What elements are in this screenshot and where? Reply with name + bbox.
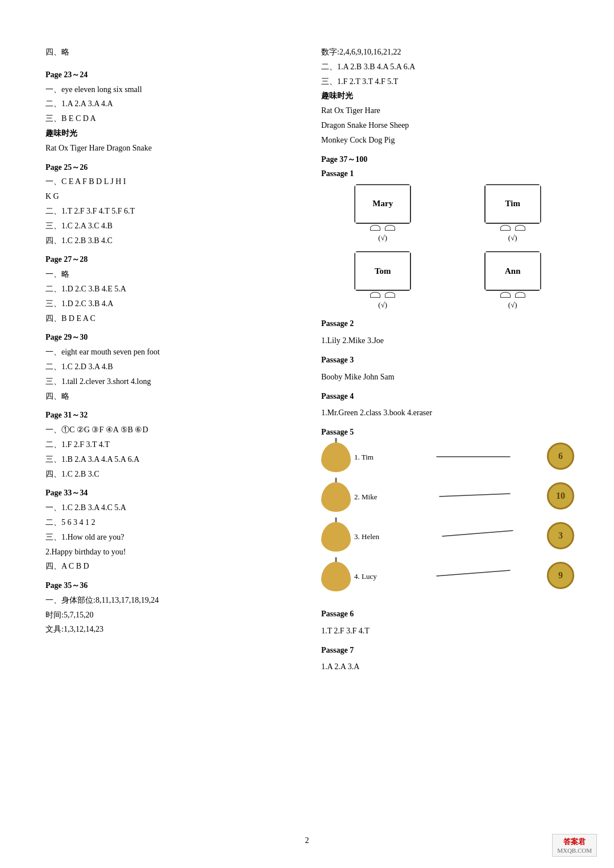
line-35-3: 文具:1,3,12,14,23: [45, 623, 298, 636]
foot-right-mary: [385, 225, 395, 231]
foot-right-ann: [515, 292, 525, 298]
section-title-23-24: Page 23～24: [45, 68, 298, 82]
passage3-section: Passage 3 Booby Mike John Sam: [321, 353, 574, 384]
line-29-1: 一、eight ear mouth seven pen foot: [45, 345, 298, 359]
p5-right-3: 3: [547, 522, 574, 549]
p5-left-mike: 2. Mike: [321, 482, 379, 512]
card-box-ann: Ann: [484, 251, 541, 291]
card-check-ann: (√): [508, 299, 517, 311]
top-header: 四、略: [45, 45, 298, 59]
passage5-section: Passage 5 1. Tim 2. Mike: [321, 425, 574, 602]
passage4-line1: 1.Mr.Green 2.class 3.book 4.eraser: [321, 406, 574, 420]
passage7-section: Passage 7 1.A 2.A 3.A: [321, 644, 574, 674]
line-33-2: 二、5 6 3 4 1 2: [45, 516, 298, 529]
line-25-1b: K G: [45, 190, 298, 203]
card-box-tom: Tom: [354, 251, 411, 291]
p5-left-helen: 3. Helen: [321, 522, 379, 552]
line-33-3: 三、1.How old are you?: [45, 531, 298, 544]
line-23-4: 趣味时光: [45, 127, 298, 140]
passage7-title: Passage 7: [321, 644, 574, 657]
line-29-4: 四、略: [45, 390, 298, 403]
card-name-ann: Ann: [505, 264, 521, 279]
passage5-title: Passage 5: [321, 425, 574, 439]
passage6-title: Passage 6: [321, 607, 574, 621]
line-25-4: 四、1.C 2.B 3.B 4.C: [45, 234, 298, 248]
coin-6: 6: [547, 443, 574, 470]
card-check-mary: (√): [378, 232, 387, 244]
coin-9: 9: [547, 562, 574, 589]
right-line-3: 趣味时光: [321, 89, 574, 103]
card-name-tim: Tim: [505, 197, 520, 211]
foot-right-tom: [385, 292, 395, 298]
card-box-tim: Tim: [484, 184, 541, 224]
passage5-matching: 1. Tim 2. Mike 3. Helen: [321, 443, 574, 602]
line-31-1: 一、①C ②G ③F ④A ⑤B ⑥D: [45, 423, 298, 437]
section-title-29-30: Page 29～30: [45, 331, 298, 344]
line-27-2: 二、1.D 2.C 3.B 4.E 5.A: [45, 282, 298, 296]
line-33-4: 四、A C B D: [45, 560, 298, 573]
card-name-tom: Tom: [375, 264, 391, 279]
line-31-2: 二、1.F 2.F 3.T 4.T: [45, 438, 298, 452]
section-title-25-26: Page 25～26: [45, 161, 298, 174]
char-card-mary: Mary (√): [321, 184, 445, 244]
card-check-tom: (√): [378, 299, 387, 311]
line-27-3: 三、1.D 2.C 3.B 4.A: [45, 297, 298, 311]
line-33-3b: 2.Happy birthday to you!: [45, 545, 298, 559]
passage7-line1: 1.A 2.A 3.A: [321, 660, 574, 674]
passage2-section: Passage 2 1.Lily 2.Mike 3.Joe: [321, 317, 574, 348]
right-line-5: Dragon Snake Horse Sheep: [321, 119, 574, 132]
line-35-1: 一、身体部位:8,11,13,17,18,19,24: [45, 594, 298, 607]
card-feet-tom: [370, 292, 395, 298]
apple-4: [321, 562, 351, 591]
card-box-mary: Mary: [354, 184, 411, 224]
right-line-6: Monkey Cock Dog Pig: [321, 133, 574, 147]
card-feet-mary: [370, 225, 395, 231]
section-title-31-32: Page 31～32: [45, 408, 298, 422]
watermark: 答案君 MXQB.COM: [552, 834, 597, 857]
line-25-2: 二、1.T 2.F 3.F 4.T 5.F 6.T: [45, 205, 298, 218]
card-feet-tim: [500, 225, 525, 231]
line-33-1: 一、1.C 2.B 3.A 4.C 5.A: [45, 501, 298, 515]
line-25-1: 一、C E A F B D L J H I: [45, 175, 298, 189]
p5-right-9: 9: [547, 562, 574, 589]
page: 四、略 Page 23～24 一、eye eleven long six sma…: [0, 0, 614, 868]
page-number: 2: [305, 836, 309, 845]
line-27-1: 一、略: [45, 268, 298, 281]
section-page31-32: Page 31～32 一、①C ②G ③F ④A ⑤B ⑥D 二、1.F 2.F…: [45, 408, 298, 481]
right-line-4: Rat Ox Tiger Hare: [321, 104, 574, 118]
foot-left-tim: [500, 225, 511, 231]
passage3-line1: Booby Mike John Sam: [321, 370, 574, 384]
line-23-2: 二、1.A 2.A 3.A 4.A: [45, 97, 298, 111]
line-29-2: 二、1.C 2.D 3.A 4.B: [45, 360, 298, 374]
svg-line-2: [442, 531, 513, 536]
line-23-3: 三、B E C D A: [45, 112, 298, 126]
left-column: 四、略 Page 23～24 一、eye eleven long six sma…: [45, 45, 298, 679]
line-27-4: 四、B D E A C: [45, 312, 298, 326]
svg-line-1: [439, 494, 511, 496]
content-wrapper: 四、略 Page 23～24 一、eye eleven long six sma…: [45, 45, 574, 679]
p5-right-6: 6: [547, 443, 574, 470]
line-25-3: 三、1.C 2.A 3.C 4.B: [45, 219, 298, 233]
passage1-title: Passage 1: [321, 167, 574, 181]
watermark-box: 答案君 MXQB.COM: [552, 834, 597, 857]
apple-1: [321, 443, 351, 472]
page37-title: Page 37～100: [321, 153, 574, 166]
section-title-27-28: Page 27～28: [45, 253, 298, 266]
char-card-tim: Tim (√): [451, 184, 575, 244]
card-feet-ann: [500, 292, 525, 298]
p5-right-10: 10: [547, 482, 574, 510]
apple-2: [321, 482, 351, 512]
char-card-tom: Tom (√): [321, 251, 445, 311]
svg-line-3: [437, 570, 511, 576]
p5-label-helen: 3. Helen: [354, 531, 379, 543]
foot-left-ann: [500, 292, 511, 298]
passage2-line1: 1.Lily 2.Mike 3.Joe: [321, 334, 574, 348]
section-page29-30: Page 29～30 一、eight ear mouth seven pen f…: [45, 331, 298, 403]
passage4-title: Passage 4: [321, 390, 574, 403]
p5-label-tim: 1. Tim: [354, 451, 374, 464]
foot-left-tom: [370, 292, 380, 298]
right-line-2: 三、1.F 2.T 3.T 4.F 5.T: [321, 75, 574, 89]
line-31-4: 四、1.C 2.B 3.C: [45, 468, 298, 481]
section-page33-34: Page 33～34 一、1.C 2.B 3.A 4.C 5.A 二、5 6 3…: [45, 486, 298, 573]
line-29-3: 三、1.tall 2.clever 3.short 4.long: [45, 375, 298, 389]
